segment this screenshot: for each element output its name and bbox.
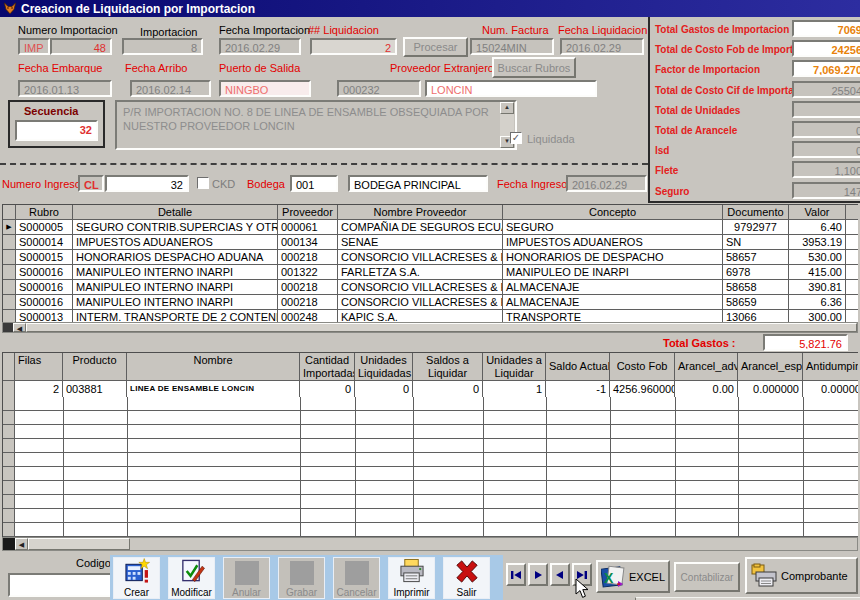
ckd-checkbox[interactable] bbox=[197, 177, 209, 189]
g2-cell[interactable]: 0.000000 bbox=[803, 381, 858, 397]
g1-cell[interactable]: 300.00 bbox=[789, 310, 846, 322]
g2-cell[interactable]: -1 bbox=[546, 381, 610, 397]
g1-cell[interactable]: CONSORCIO VILLACRESES & PIN bbox=[338, 295, 503, 310]
salir-button[interactable]: Salir bbox=[443, 557, 490, 599]
g1-cell[interactable]: S000016 bbox=[16, 280, 73, 295]
g1-row-selector[interactable] bbox=[3, 235, 16, 250]
g2-cell[interactable]: 0.00 bbox=[675, 381, 738, 397]
g1-cell[interactable]: S000005 bbox=[16, 220, 73, 235]
g1-row-selector[interactable] bbox=[3, 310, 16, 322]
proveedor-nombre-field[interactable]: LONCIN bbox=[425, 80, 597, 97]
g1-cell[interactable]: 58657 bbox=[723, 250, 789, 265]
g1-cell[interactable]: 58659 bbox=[723, 295, 789, 310]
g1-cell[interactable]: CONSORCIO VILLACRESES & PIN bbox=[338, 250, 503, 265]
secuencia-field[interactable]: 32 bbox=[15, 120, 98, 141]
numero-ingreso-field[interactable]: 32 bbox=[105, 175, 189, 192]
g1-cell[interactable]: S000015 bbox=[16, 250, 73, 265]
g1-cell[interactable]: 6978 bbox=[723, 265, 789, 280]
g2-cell[interactable]: 2 bbox=[15, 381, 63, 397]
g1-cell[interactable]: 000218 bbox=[278, 295, 338, 310]
gastos-grid[interactable]: Rubro Detalle Proveedor Nombre Proveedor… bbox=[2, 204, 858, 322]
g1-cell[interactable]: SN bbox=[723, 235, 789, 250]
g1-row-selector[interactable] bbox=[3, 295, 16, 310]
g2-cell[interactable]: 1 bbox=[483, 381, 546, 397]
g2-cell[interactable]: 0 bbox=[413, 381, 483, 397]
comprobante-button[interactable]: Comprobante bbox=[745, 557, 858, 594]
scroll-left-icon[interactable]: ◀ bbox=[15, 538, 28, 550]
g1-cell[interactable]: 000061 bbox=[278, 220, 338, 235]
g1-cell[interactable]: MANIPULEO INTERNO INARPI bbox=[73, 265, 278, 280]
g1-cell[interactable]: 390.81 bbox=[789, 280, 846, 295]
bodega-codigo-field[interactable]: 001 bbox=[290, 175, 338, 192]
g1-cell[interactable]: 3953.19 bbox=[789, 235, 846, 250]
total-cif-field: 25504 bbox=[792, 81, 860, 98]
crear-button[interactable]: Crear bbox=[113, 557, 160, 599]
g1-cell[interactable]: 000134 bbox=[278, 235, 338, 250]
g1-cell[interactable]: HONORARIOS DESPACHO ADUANA bbox=[73, 250, 278, 265]
g1-cell[interactable]: INTERM. TRANSPORTE DE 2 CONTENEDO bbox=[73, 310, 278, 322]
g1-cell[interactable]: S000014 bbox=[16, 235, 73, 250]
bodega-nombre-field[interactable]: BODEGA PRINCIPAL bbox=[348, 175, 488, 192]
g1-cell[interactable]: 58658 bbox=[723, 280, 789, 295]
items-grid[interactable]: Filas Producto Nombre Cantidad Importada… bbox=[2, 352, 858, 397]
liquidacion-field[interactable]: 2 bbox=[310, 38, 397, 55]
g1-cell[interactable]: 530.00 bbox=[789, 250, 846, 265]
nav-first-button[interactable] bbox=[506, 563, 526, 586]
g1-cell[interactable]: 415.00 bbox=[789, 265, 846, 280]
g1-cell[interactable]: 13066 bbox=[723, 310, 789, 322]
nav-prev-button[interactable] bbox=[550, 563, 570, 586]
g1-cell[interactable]: 6.40 bbox=[789, 220, 846, 235]
g1-cell[interactable]: S000013 bbox=[16, 310, 73, 322]
scroll-up-icon[interactable]: ▲ bbox=[500, 102, 514, 114]
g1-cell[interactable]: KAPIC S.A. bbox=[338, 310, 503, 322]
g1-cell[interactable]: FARLETZA S.A. bbox=[338, 265, 503, 280]
g1-cell[interactable]: HONORARIOS DE DESPACHO bbox=[503, 250, 723, 265]
g2-cell[interactable]: 003881 bbox=[63, 381, 127, 397]
items-grid-hscrollbar[interactable]: ◀ bbox=[2, 537, 858, 551]
g1-cell[interactable]: S000016 bbox=[16, 265, 73, 280]
puerto-salida-label: Puerto de Salida bbox=[219, 62, 300, 74]
scrollbar-thumb[interactable] bbox=[26, 323, 857, 332]
g1-cell[interactable]: IMPUESTOS ADUANEROS bbox=[503, 235, 723, 250]
g1-cell[interactable]: SEGURO bbox=[503, 220, 723, 235]
g1-header-filler bbox=[846, 205, 858, 220]
g1-cell[interactable]: 000218 bbox=[278, 280, 338, 295]
scrollbar-track[interactable] bbox=[130, 538, 857, 550]
grabar-button: Grabar bbox=[278, 557, 325, 599]
g1-cell[interactable]: ALMACENAJE bbox=[503, 295, 723, 310]
g1-cell[interactable]: SEGURO CONTRIB.SUPERCIAS Y OTROS bbox=[73, 220, 278, 235]
excel-button[interactable]: X EXCEL bbox=[596, 560, 670, 593]
g1-cell[interactable]: ALMACENAJE bbox=[503, 280, 723, 295]
g1-row-selector[interactable] bbox=[3, 265, 16, 280]
g1-cell[interactable]: 001322 bbox=[278, 265, 338, 280]
g1-cell[interactable]: 9792977 bbox=[723, 220, 789, 235]
scrollbar-thumb[interactable] bbox=[28, 538, 130, 550]
imprimir-button[interactable]: Imprimir bbox=[388, 557, 435, 599]
factor-field: 7,069.270 bbox=[792, 60, 860, 77]
g2-cell[interactable]: 0 bbox=[300, 381, 355, 397]
gastos-grid-hscrollbar[interactable]: ◀ bbox=[2, 322, 858, 333]
g1-cell[interactable]: 000248 bbox=[278, 310, 338, 322]
modificar-button[interactable]: Modificar bbox=[168, 557, 215, 599]
g2-cell[interactable]: 0 bbox=[355, 381, 413, 397]
g1-cell[interactable]: 6.36 bbox=[789, 295, 846, 310]
g1-cell[interactable]: S000016 bbox=[16, 295, 73, 310]
nav-next-button[interactable] bbox=[528, 563, 548, 586]
g1-cell[interactable]: 000218 bbox=[278, 250, 338, 265]
scroll-left-icon[interactable]: ◀ bbox=[13, 323, 26, 332]
g1-cell[interactable]: MANIPULEO DE INARPI bbox=[503, 265, 723, 280]
g1-row-selector[interactable] bbox=[3, 250, 16, 265]
g2-cell[interactable]: 4256.960000 bbox=[610, 381, 675, 397]
g1-cell[interactable]: TRANSPORTE bbox=[503, 310, 723, 322]
g2-cell[interactable]: 0.000000 bbox=[738, 381, 803, 397]
g2-cell[interactable]: LINEA DE ENSAMBLE LONCIN bbox=[127, 381, 300, 397]
g1-cell[interactable]: SENAE bbox=[338, 235, 503, 250]
g1-row-selector[interactable] bbox=[3, 280, 16, 295]
g1-cell[interactable]: COMPAÑIA DE SEGUROS ECUATO bbox=[338, 220, 503, 235]
g2-row-selector[interactable] bbox=[3, 381, 15, 397]
g1-cell[interactable]: CONSORCIO VILLACRESES & PIN bbox=[338, 280, 503, 295]
g1-cell[interactable]: MANIPULEO INTERNO INARPI bbox=[73, 295, 278, 310]
g1-cell[interactable]: IMPUESTOS ADUANEROS bbox=[73, 235, 278, 250]
puerto-salida-field[interactable]: NINGBO bbox=[219, 80, 311, 97]
g1-cell[interactable]: MANIPULEO INTERNO INARPI bbox=[73, 280, 278, 295]
